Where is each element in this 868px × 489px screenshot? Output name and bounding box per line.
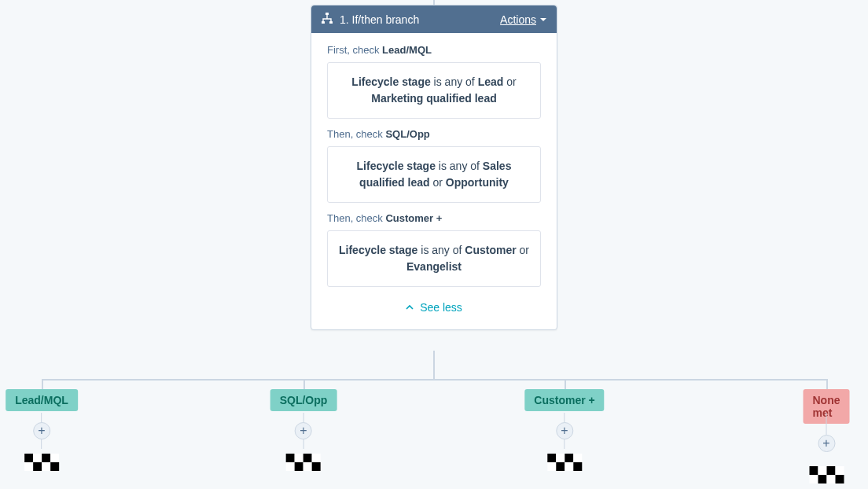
branch-card-body: First, check Lead/MQL Lifecycle stage is… [311,33,557,329]
section-label: Then, check Customer + [327,212,541,224]
branch-card-header: 1. If/then branch Actions [311,6,557,33]
card-actions-menu[interactable]: Actions [500,13,547,26]
add-action-button[interactable]: + [33,422,50,439]
branch-card: 1. If/then branch Actions First, check L… [311,5,557,330]
add-action-button[interactable]: + [818,435,835,452]
actions-label: Actions [500,13,536,26]
end-flag-icon [286,454,321,471]
section-label: Then, check SQL/Opp [327,128,541,140]
branch-chip[interactable]: Lead/MQL [6,389,78,411]
svg-rect-2 [329,21,333,24]
branch-type-icon [321,12,333,27]
end-flag-icon [547,454,582,471]
svg-rect-1 [322,21,325,24]
section-criteria[interactable]: Lifecycle stage is any of Lead or Market… [327,62,541,119]
end-flag-icon [24,454,59,471]
chevron-up-icon [406,301,414,314]
toggle-label: See less [420,301,462,314]
branch-node: Customer ++ [524,389,604,471]
add-action-button[interactable]: + [556,422,573,439]
branch-node: None met+ [804,389,850,483]
branch-chip[interactable]: Customer + [524,389,604,411]
toggle-collapse[interactable]: See less [327,296,541,325]
branch-node: Lead/MQL+ [6,389,78,471]
end-flag-icon [809,466,844,483]
section-criteria[interactable]: Lifecycle stage is any of Customer or Ev… [327,230,541,287]
connector-line [826,379,828,390]
branch-section: Then, check SQL/Opp Lifecycle stage is a… [327,128,541,203]
connector-line [565,379,566,390]
branch-section: Then, check Customer + Lifecycle stage i… [327,212,541,287]
branch-section: First, check Lead/MQL Lifecycle stage is… [327,44,541,119]
connector-line [42,379,826,381]
caret-down-icon [539,13,547,26]
section-criteria[interactable]: Lifecycle stage is any of Sales qualifie… [327,146,541,203]
branch-card-title: 1. If/then branch [340,13,494,26]
connector-line [42,379,43,390]
branch-chip[interactable]: SQL/Opp [270,389,337,411]
svg-rect-0 [326,13,329,15]
workflow-canvas: 1. If/then branch Actions First, check L… [0,0,868,489]
section-label: First, check Lead/MQL [327,44,541,56]
connector-line [303,379,305,390]
add-action-button[interactable]: + [295,422,312,439]
branch-node: SQL/Opp+ [270,389,337,471]
connector-line [433,351,435,379]
